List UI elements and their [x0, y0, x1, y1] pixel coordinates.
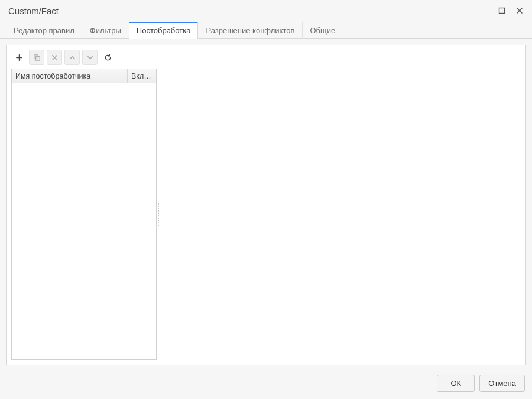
tab-postprocessing[interactable]: Постобработка — [129, 22, 199, 39]
ok-button[interactable]: ОК — [437, 375, 475, 392]
maximize-icon[interactable] — [495, 4, 508, 17]
grid-body[interactable] — [12, 83, 156, 359]
window-controls — [495, 4, 526, 17]
cancel-button[interactable]: Отмена — [479, 375, 525, 392]
dialog-footer: ОК Отмена — [0, 369, 532, 399]
tab-strip: Редактор правил Фильтры Постобработка Ра… — [0, 21, 532, 39]
postprocessing-panel: Имя постобработчика Вкл… — [6, 45, 526, 365]
duplicate-button — [29, 50, 44, 65]
tab-conflict-resolution[interactable]: Разрешение конфликтов — [198, 22, 302, 39]
close-icon[interactable] — [513, 4, 526, 17]
column-name[interactable]: Имя постобработчика — [12, 69, 128, 83]
column-enabled[interactable]: Вкл… — [128, 69, 156, 83]
delete-button — [47, 50, 62, 65]
content-area: Имя постобработчика Вкл… — [0, 39, 532, 369]
add-button[interactable] — [11, 50, 27, 65]
move-down-button — [82, 50, 98, 65]
move-up-button — [64, 50, 80, 65]
toolbar — [11, 50, 521, 69]
tab-rules-editor[interactable]: Редактор правил — [6, 22, 82, 39]
reload-button[interactable] — [100, 50, 115, 65]
grid-header: Имя постобработчика Вкл… — [12, 69, 156, 83]
postprocessor-grid[interactable]: Имя постобработчика Вкл… — [11, 69, 157, 360]
title-bar: Custom/Fact — [0, 0, 532, 21]
detail-pane — [160, 69, 521, 360]
svg-rect-0 — [499, 8, 505, 14]
split-row: Имя постобработчика Вкл… — [11, 69, 521, 360]
tab-general[interactable]: Общие — [302, 22, 343, 39]
tab-filters[interactable]: Фильтры — [82, 22, 129, 39]
window-title: Custom/Fact — [8, 6, 495, 16]
